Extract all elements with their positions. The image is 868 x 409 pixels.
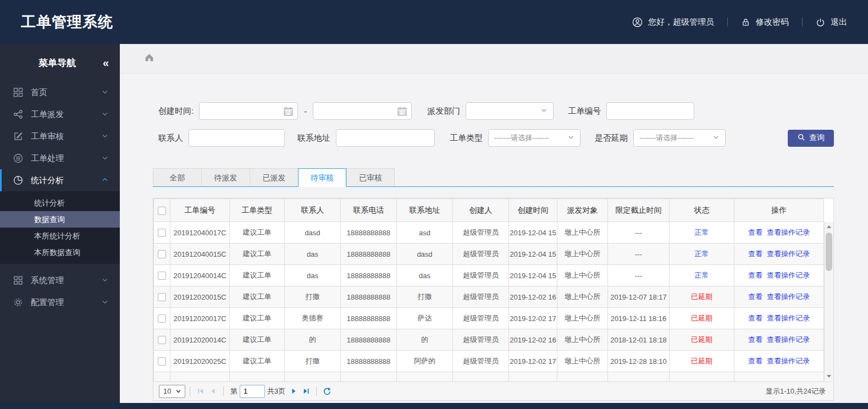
view-log-link[interactable]: 查看操作记录 — [767, 335, 810, 344]
cell-status: 已延期 — [670, 351, 734, 372]
view-link[interactable]: 查看 — [748, 314, 762, 322]
dispatch-dept-select[interactable] — [466, 102, 554, 120]
first-page-button[interactable] — [195, 385, 207, 397]
row-checkbox[interactable] — [158, 229, 166, 237]
row-checkbox[interactable] — [158, 293, 166, 301]
order-type-select[interactable]: -------请选择------- — [488, 129, 580, 147]
cell-actions: 查看查看操作记录 — [734, 329, 824, 351]
select-all-checkbox[interactable] — [158, 207, 166, 215]
view-link[interactable]: 查看 — [748, 357, 762, 365]
column-header: 状态 — [670, 199, 734, 222]
sidebar: 菜单导航 « 首页 工单派发 工单审核 — [0, 44, 120, 403]
cell-actions: 查看查看操作记录 — [734, 351, 824, 372]
column-header: 创建时间 — [509, 199, 557, 222]
cell-type: 建议工单 — [230, 286, 285, 308]
change-password-link[interactable]: 修改密码 — [741, 17, 789, 27]
row-checkbox[interactable] — [158, 314, 166, 323]
dispatch-dept-label: 派发部门 — [427, 106, 460, 117]
header-divider — [727, 18, 728, 26]
cell-target: 墩上中心所 — [557, 351, 608, 372]
calendar-icon[interactable] — [283, 106, 294, 118]
view-link[interactable]: 查看 — [748, 335, 762, 344]
filter-section: 创建时间: - 派发部门 工单编号 — [158, 102, 834, 156]
status-tabs: 全部 待派发 已派发 待审核 已审核 — [153, 168, 834, 187]
row-checkbox[interactable] — [158, 336, 166, 344]
scroll-up-button[interactable] — [825, 222, 833, 231]
view-log-link[interactable]: 查看操作记录 — [767, 271, 810, 279]
view-link[interactable]: 查看 — [748, 292, 762, 301]
chevron-up-icon — [101, 176, 109, 185]
cell-phone: 18888888888 — [341, 308, 397, 329]
row-checkbox[interactable] — [158, 250, 166, 258]
view-link[interactable]: 查看 — [748, 271, 762, 279]
sidebar-subitem-statistics-analysis[interactable]: 统计分析 — [0, 195, 120, 211]
scrollbar-thumb[interactable] — [826, 233, 832, 271]
user-icon — [632, 17, 643, 27]
view-log-link[interactable]: 查看操作记录 — [767, 292, 810, 301]
view-log-link[interactable]: 查看操作记录 — [767, 357, 810, 365]
table-scrollbar[interactable] — [824, 222, 833, 381]
home-icon[interactable] — [144, 52, 154, 65]
cell-contact: dasd — [285, 222, 341, 244]
refresh-icon[interactable] — [321, 385, 333, 397]
tab-pending-dispatch[interactable]: 待派发 — [201, 168, 250, 186]
cell-target: 墩上中心所 — [557, 265, 608, 286]
calendar-icon[interactable] — [397, 106, 407, 118]
sidebar-subitem-data-query[interactable]: 数据查询 — [0, 211, 120, 228]
cell-type: 建议工单 — [230, 244, 285, 265]
page-number-input[interactable] — [240, 385, 265, 398]
view-link[interactable]: 查看 — [748, 228, 762, 236]
cell-address: 阿萨的 — [397, 351, 453, 372]
row-checkbox[interactable] — [158, 357, 166, 366]
tab-dispatched[interactable]: 已派发 — [250, 168, 298, 186]
sidebar-item-config[interactable]: 配置管理 — [0, 291, 120, 313]
tab-all[interactable]: 全部 — [153, 168, 201, 186]
view-log-link[interactable]: 查看操作记录 — [767, 314, 810, 322]
tab-reviewed[interactable]: 已审核 — [346, 168, 395, 186]
order-no-input[interactable] — [606, 102, 694, 120]
cell-status: 正常 — [670, 222, 734, 244]
pie-chart-icon — [13, 175, 23, 185]
cell-creator: 超级管理员 — [453, 286, 509, 308]
column-header: 限定截止时间 — [608, 199, 670, 222]
cell-contact: das — [285, 244, 341, 265]
cell-created: 2019-12-02 16 — [509, 286, 557, 308]
sidebar-item-process[interactable]: 工单处理 — [0, 147, 120, 169]
cell-phone: 18888888888 — [341, 222, 397, 244]
sidebar-item-review[interactable]: 工单审核 — [0, 125, 120, 147]
chevron-down-icon — [567, 134, 574, 142]
page-size-select[interactable]: 10 — [159, 385, 185, 398]
cell-created: 2019-12-04 15 — [509, 244, 557, 265]
sidebar-collapse-button[interactable]: « — [103, 57, 108, 69]
sidebar-subitem-branch-data-query[interactable]: 本所数据查询 — [0, 244, 120, 261]
cell-phone: 18888888888 — [341, 244, 397, 265]
next-page-button[interactable] — [288, 385, 300, 397]
view-link[interactable]: 查看 — [748, 250, 762, 258]
cell-status: 正常 — [670, 244, 734, 265]
sidebar-subitem-branch-statistics[interactable]: 本所统计分析 — [0, 228, 120, 244]
delay-select[interactable]: -------请选择------- — [633, 129, 726, 147]
sidebar-item-system[interactable]: 系统管理 — [0, 269, 120, 291]
sidebar-item-dispatch[interactable]: 工单派发 — [0, 103, 120, 125]
column-header: 创建人 — [453, 199, 509, 222]
scroll-down-button[interactable] — [825, 372, 833, 381]
query-button[interactable]: 查询 — [788, 130, 834, 147]
tab-pending-review[interactable]: 待审核 — [298, 168, 346, 187]
cell-status: 已延期 — [670, 308, 734, 329]
address-input[interactable] — [336, 129, 435, 147]
date-range-separator: - — [304, 107, 307, 116]
view-log-link[interactable]: 查看操作记录 — [767, 228, 810, 236]
cell-deadline: 2019-12-11 18:16 — [608, 308, 670, 329]
sidebar-item-statistics[interactable]: 统计分析 — [0, 169, 120, 191]
chevron-down-icon — [712, 134, 720, 142]
view-log-link[interactable]: 查看操作记录 — [767, 250, 810, 258]
last-page-button[interactable] — [300, 385, 312, 397]
prev-page-button[interactable] — [207, 385, 219, 397]
logout-link[interactable]: 退出 — [816, 17, 847, 27]
cell-phone: 18888888888 — [341, 351, 397, 372]
chevron-down-icon — [540, 107, 548, 115]
contact-input[interactable] — [189, 129, 285, 147]
row-checkbox[interactable] — [158, 272, 166, 280]
sidebar-item-home[interactable]: 首页 — [0, 81, 120, 103]
cell-deadline: --- — [608, 244, 670, 265]
